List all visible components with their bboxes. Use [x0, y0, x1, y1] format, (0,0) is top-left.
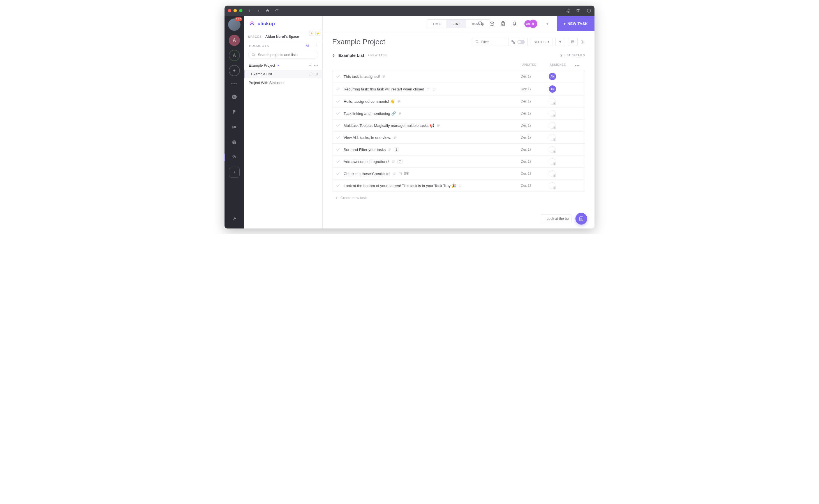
- complete-check-icon[interactable]: [336, 87, 340, 91]
- close-window[interactable]: [228, 9, 231, 12]
- task-assignee[interactable]: [549, 158, 574, 165]
- task-assignee[interactable]: [549, 170, 574, 177]
- search-projects-input[interactable]: [248, 51, 318, 59]
- task-row[interactable]: Check out these Checklists!0/8Dec 17: [332, 168, 585, 180]
- add-list-icon[interactable]: +: [309, 63, 311, 67]
- task-tray-chip[interactable]: Look at the bo: [541, 214, 571, 223]
- filter-icon-button[interactable]: [555, 38, 565, 46]
- clock-icon[interactable]: [586, 8, 591, 13]
- wrench-icon[interactable]: [229, 213, 240, 225]
- project-statuses[interactable]: Project With Statuses: [244, 78, 322, 87]
- task-row[interactable]: Hello, assigned comments! 👋Dec 17: [332, 95, 585, 108]
- tab-time[interactable]: TIME: [427, 20, 447, 28]
- notepad-fab[interactable]: [575, 213, 587, 225]
- task-assignee[interactable]: [549, 134, 574, 141]
- complete-check-icon[interactable]: [336, 135, 340, 140]
- task-row[interactable]: Look at the bottom of your screen! This …: [332, 180, 585, 192]
- add-assignee-icon[interactable]: [549, 134, 555, 141]
- pinterest-icon[interactable]: [229, 91, 240, 102]
- new-task-button[interactable]: + NEW TASK: [557, 16, 594, 31]
- user-avatar[interactable]: 137: [228, 18, 241, 31]
- complete-check-icon[interactable]: [336, 147, 340, 152]
- maximize-window[interactable]: [239, 9, 243, 12]
- add-assignee-icon[interactable]: [549, 158, 555, 165]
- nav-forward-icon[interactable]: [257, 9, 261, 13]
- task-row[interactable]: Recurring task: this task will restart w…: [332, 83, 585, 95]
- task-row[interactable]: Multitask Toolbar: Magically manage mult…: [332, 120, 585, 132]
- task-assignee[interactable]: [549, 122, 574, 129]
- task-assignee[interactable]: [549, 146, 574, 153]
- complete-check-icon[interactable]: [336, 99, 340, 104]
- create-task-row[interactable]: + Create new task: [332, 192, 585, 201]
- project-menu-icon[interactable]: •••: [314, 63, 318, 67]
- bell-icon[interactable]: [511, 21, 517, 27]
- task-assignee[interactable]: AN: [549, 85, 574, 93]
- task-row[interactable]: Sort and Filter your tasks1Dec 17: [332, 144, 585, 156]
- workspace-1[interactable]: A: [229, 35, 240, 46]
- hierarchy-toggle[interactable]: [508, 38, 528, 46]
- complete-check-icon[interactable]: [336, 159, 340, 164]
- share-icon[interactable]: [565, 8, 570, 13]
- minimize-window[interactable]: [234, 9, 237, 12]
- logo[interactable]: clickup: [244, 16, 322, 32]
- list-details-link[interactable]: ❯ LIST DETAILS: [560, 54, 585, 57]
- columns-icon-button[interactable]: [568, 38, 578, 46]
- star-icon[interactable]: ★: [309, 31, 314, 36]
- paypal-icon[interactable]: [229, 106, 240, 118]
- user-caret-icon[interactable]: ▾: [546, 21, 548, 26]
- add-app-button[interactable]: +: [229, 167, 240, 178]
- layers-icon[interactable]: [576, 8, 580, 13]
- collapse-sidebar-icon[interactable]: [313, 44, 317, 48]
- add-assignee-icon[interactable]: [549, 182, 555, 189]
- task-name: Hello, assigned comments! 👋: [344, 99, 521, 104]
- col-updated[interactable]: UPDATED: [522, 63, 550, 68]
- add-assignee-icon[interactable]: [549, 122, 555, 129]
- col-more-icon[interactable]: •••: [575, 63, 582, 68]
- chevron-down-icon[interactable]: ▾: [278, 64, 279, 67]
- add-assignee-icon[interactable]: [549, 170, 555, 177]
- toggle-switch[interactable]: [517, 40, 525, 44]
- add-assignee-icon[interactable]: [549, 110, 555, 117]
- status-filter[interactable]: STATUS ▾: [530, 38, 552, 46]
- task-assignee[interactable]: [549, 182, 574, 189]
- complete-check-icon[interactable]: [336, 171, 340, 176]
- filter-field[interactable]: [481, 40, 501, 44]
- task-row[interactable]: View ALL tasks, in one view.Dec 17: [332, 132, 585, 144]
- list-example[interactable]: Example List 10: [244, 70, 322, 78]
- task-assignee[interactable]: [549, 98, 574, 105]
- box-icon[interactable]: [229, 137, 240, 148]
- task-updated: Dec 17: [521, 99, 549, 103]
- settings-icon[interactable]: [580, 40, 585, 44]
- col-assignee[interactable]: ASSIGNEE: [550, 63, 575, 68]
- new-task-inline[interactable]: + NEW TASK: [368, 54, 387, 57]
- refresh-icon[interactable]: [275, 9, 279, 13]
- complete-check-icon[interactable]: [336, 74, 340, 79]
- task-row[interactable]: Task linking and mentioning 🔗Dec 17: [332, 108, 585, 120]
- task-row[interactable]: Add awesome integrations!7Dec 17: [332, 156, 585, 168]
- project-example[interactable]: Example Project ▾ + •••: [244, 61, 322, 70]
- workspace-2[interactable]: A: [229, 50, 240, 61]
- clipboard-icon[interactable]: [500, 21, 506, 27]
- task-assignee[interactable]: AN: [549, 73, 574, 80]
- nav-back-icon[interactable]: [248, 9, 252, 13]
- collapse-list-icon[interactable]: ❯: [332, 53, 335, 57]
- add-workspace-button[interactable]: +: [229, 65, 240, 76]
- more-workspaces-icon[interactable]: •••: [231, 81, 238, 86]
- home-icon[interactable]: [266, 9, 270, 13]
- add-assignee-icon[interactable]: [549, 146, 555, 153]
- medium-icon[interactable]: [229, 122, 240, 133]
- complete-check-icon[interactable]: [336, 183, 340, 188]
- user-menu[interactable]: AN A: [524, 20, 537, 28]
- clickup-rail-icon[interactable]: [229, 152, 240, 163]
- tab-board[interactable]: BOARD: [466, 20, 490, 28]
- add-assignee-icon[interactable]: [549, 98, 555, 105]
- bolt-icon[interactable]: ⚡: [315, 31, 320, 36]
- filter-input[interactable]: [472, 38, 505, 46]
- task-row[interactable]: This task is assigned!Dec 17AN: [332, 70, 585, 83]
- complete-check-icon[interactable]: [336, 123, 340, 128]
- task-assignee[interactable]: [549, 110, 574, 117]
- tab-list[interactable]: LIST: [447, 20, 466, 28]
- complete-check-icon[interactable]: [336, 111, 340, 116]
- search-projects-field[interactable]: [258, 53, 315, 57]
- all-link[interactable]: All: [306, 44, 310, 48]
